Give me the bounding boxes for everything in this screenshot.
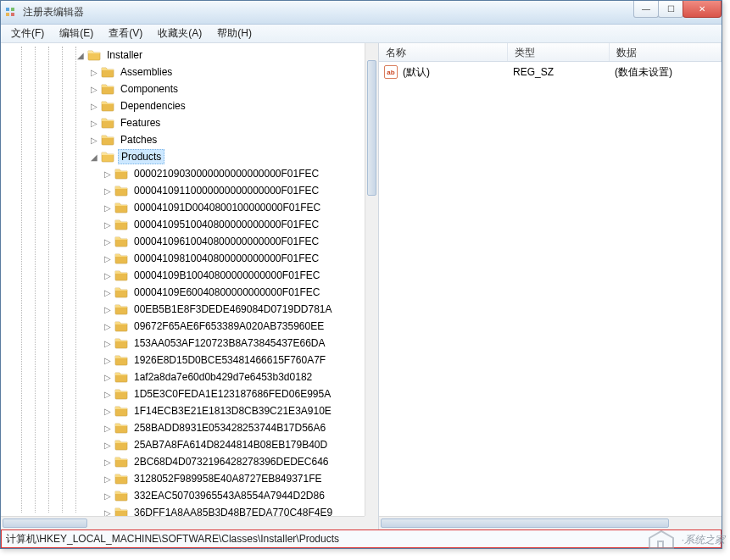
tree-item[interactable]: ▷00002109030000000000000000F01FEC <box>1 165 365 182</box>
tree-item-label: 3128052F989958E40A8727EB849371FE <box>131 472 325 485</box>
folder-icon <box>101 65 114 79</box>
status-path: 计算机\HKEY_LOCAL_MACHINE\SOFTWARE\Classes\… <box>6 532 339 546</box>
scrollbar-thumb[interactable] <box>367 60 376 196</box>
vertical-scrollbar[interactable] <box>365 43 378 516</box>
expand-icon[interactable]: ▷ <box>103 288 113 297</box>
tree-item[interactable]: ▷00004109110000000000000000F01FEC <box>1 182 365 199</box>
svg-rect-1 <box>11 8 14 11</box>
expand-icon[interactable]: ▷ <box>103 271 113 280</box>
string-value-icon: ab <box>384 65 398 79</box>
list-row[interactable]: ab (默认) REG_SZ (数值未设置) <box>379 64 722 80</box>
tree-item-label: 00004109510040800000000000F01FEC <box>131 218 321 231</box>
horizontal-scrollbar[interactable] <box>1 516 365 530</box>
folder-icon <box>114 319 128 333</box>
menu-favorites[interactable]: 收藏夹(A) <box>151 25 209 42</box>
tree-item[interactable]: ▷09672F65AE6F653389A020AB735960EE <box>1 318 365 335</box>
expand-icon[interactable]: ▷ <box>103 373 113 382</box>
scrollbar-thumb[interactable] <box>381 518 669 528</box>
expand-icon[interactable]: ▷ <box>89 136 99 145</box>
expand-icon[interactable]: ▷ <box>103 305 113 314</box>
expand-icon[interactable]: ▷ <box>103 186 113 196</box>
tree-item[interactable]: ▷1D5E3C0FEDA1E123187686FED06E995A <box>1 385 365 402</box>
expand-icon[interactable]: ▷ <box>103 339 113 348</box>
expand-icon[interactable]: ▷ <box>103 508 113 517</box>
expand-icon[interactable]: ▷ <box>103 474 113 484</box>
tree-item[interactable]: ▷Dependencies <box>1 97 365 114</box>
menu-view[interactable]: 查看(V) <box>102 25 149 42</box>
menu-help[interactable]: 帮助(H) <box>210 25 259 42</box>
expand-icon[interactable]: ▷ <box>103 407 113 416</box>
tree-item-label: 1af2a8da7e60d0b429d7e6453b3d0182 <box>131 370 315 384</box>
expand-icon[interactable]: ▷ <box>103 491 113 501</box>
menu-file[interactable]: 文件(F) <box>4 25 51 42</box>
column-type[interactable]: 类型 <box>508 43 610 61</box>
window-title: 注册表编辑器 <box>23 5 718 19</box>
tree-item[interactable]: ▷1af2a8da7e60d0b429d7e6453b3d0182 <box>1 369 365 385</box>
registry-editor-window: 注册表编辑器 — ☐ ✕ 文件(F) 编辑(E) 查看(V) 收藏夹(A) 帮助… <box>0 0 722 549</box>
tree-item[interactable]: ▷258BADD8931E053428253744B17D56A6 <box>1 419 365 436</box>
tree-item[interactable]: ▷25AB7A8FA614D8244814B08EB179B40D <box>1 436 365 453</box>
folder-icon <box>114 370 128 384</box>
tree-item-label: 1926E8D15D0BCE53481466615F760A7F <box>131 353 328 367</box>
tree-scroll[interactable]: ◢Installer▷Assemblies▷Components▷Depende… <box>1 43 365 516</box>
close-button[interactable]: ✕ <box>683 1 722 18</box>
scrollbar-thumb[interactable] <box>3 518 87 528</box>
expand-icon[interactable]: ▷ <box>103 441 113 450</box>
tree-item[interactable]: ▷Features <box>1 114 365 131</box>
tree-item-label: 000041091D0040800100000000F01FEC <box>131 201 323 214</box>
folder-icon <box>114 201 128 214</box>
tree-item[interactable]: ▷153AA053AF120723B8A73845437E66DA <box>1 335 365 352</box>
tree-item[interactable]: ▷1926E8D15D0BCE53481466615F760A7F <box>1 352 365 369</box>
folder-icon <box>114 489 128 502</box>
expand-icon[interactable]: ▷ <box>103 457 113 467</box>
expand-icon[interactable]: ▷ <box>89 85 99 94</box>
tree-item[interactable]: ▷332EAC50703965543A8554A7944D2D86 <box>1 487 365 504</box>
folder-icon <box>114 269 128 282</box>
collapse-icon[interactable]: ◢ <box>89 152 99 162</box>
tree-item[interactable]: ▷36DFF1A8AA85B3D48B7EDA770C48F4E9 <box>1 504 365 516</box>
tree-item[interactable]: ◢Installer <box>1 47 365 64</box>
expand-icon[interactable]: ▷ <box>89 119 99 128</box>
tree-item[interactable]: ▷00004109810040800000000000F01FEC <box>1 250 365 267</box>
folder-icon <box>101 99 114 113</box>
tree-item-label: Dependencies <box>118 99 188 113</box>
statusbar: 计算机\HKEY_LOCAL_MACHINE\SOFTWARE\Classes\… <box>1 530 722 548</box>
tree-item-label: 00004109110000000000000000F01FEC <box>131 184 321 197</box>
tree-item-label: Features <box>118 116 163 130</box>
expand-icon[interactable]: ▷ <box>89 102 99 111</box>
tree-item-label: 153AA053AF120723B8A73845437E66DA <box>131 336 328 350</box>
tree-item[interactable]: ▷00004109E60040800000000000F01FEC <box>1 284 365 301</box>
tree-item[interactable]: ▷000041091D0040800100000000F01FEC <box>1 199 365 216</box>
expand-icon[interactable]: ▷ <box>103 356 113 365</box>
expand-icon[interactable]: ▷ <box>89 68 99 77</box>
minimize-button[interactable]: — <box>633 1 659 18</box>
expand-icon[interactable]: ▷ <box>103 169 113 179</box>
column-name[interactable]: 名称 <box>379 43 508 61</box>
tree-item[interactable]: ▷Patches <box>1 131 365 148</box>
menu-edit[interactable]: 编辑(E) <box>53 25 100 42</box>
tree-item[interactable]: ▷Components <box>1 80 365 97</box>
tree-item-label: Products <box>118 149 164 164</box>
tree-item[interactable]: ◢Products <box>1 148 365 165</box>
tree-item[interactable]: ▷00004109610040800000000000F01FEC <box>1 233 365 250</box>
tree-item[interactable]: ▷1F14ECB3E21E1813D8CB39C21E3A910E <box>1 402 365 419</box>
expand-icon[interactable]: ▷ <box>103 237 113 247</box>
maximize-button[interactable]: ☐ <box>658 1 683 18</box>
expand-icon[interactable]: ▷ <box>103 424 113 433</box>
tree-item[interactable]: ▷2BC68D4D0732196428278396DEDEC646 <box>1 453 365 470</box>
horizontal-scrollbar[interactable] <box>379 516 722 530</box>
expand-icon[interactable]: ▷ <box>103 220 113 230</box>
tree-item[interactable]: ▷00004109B10040800000000000F01FEC <box>1 267 365 284</box>
collapse-icon[interactable]: ◢ <box>75 51 86 60</box>
expand-icon[interactable]: ▷ <box>103 254 113 263</box>
column-data[interactable]: 数据 <box>610 43 722 61</box>
expand-icon[interactable]: ▷ <box>103 203 113 213</box>
folder-icon <box>114 302 128 316</box>
expand-icon[interactable]: ▷ <box>103 390 113 399</box>
tree-item[interactable]: ▷00004109510040800000000000F01FEC <box>1 216 365 233</box>
tree-item-label: 00004109810040800000000000F01FEC <box>131 252 321 265</box>
expand-icon[interactable]: ▷ <box>103 322 113 331</box>
tree-item[interactable]: ▷Assemblies <box>1 64 365 80</box>
tree-item[interactable]: ▷3128052F989958E40A8727EB849371FE <box>1 470 365 487</box>
tree-item[interactable]: ▷00EB5B1E8F3DEDE469084D0719DD781A <box>1 301 365 318</box>
